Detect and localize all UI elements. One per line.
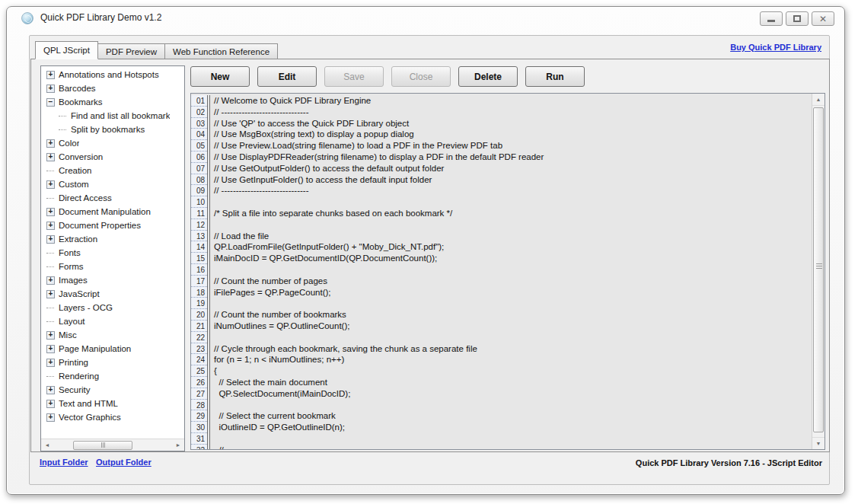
- expand-icon[interactable]: +: [46, 290, 55, 298]
- expand-icon[interactable]: +: [46, 400, 55, 408]
- minimize-button[interactable]: [760, 11, 783, 26]
- tree-item-label: Printing: [59, 358, 88, 367]
- run-button[interactable]: Run: [525, 66, 585, 87]
- tree-item-find-and-list-all-bookmark[interactable]: Find and list all bookmark: [41, 109, 184, 123]
- tree-hscroll-thumb[interactable]: [73, 441, 132, 450]
- delete-button[interactable]: Delete: [458, 66, 518, 87]
- tree-item-label: Creation: [59, 166, 91, 175]
- expand-icon[interactable]: +: [46, 139, 55, 148]
- code-text: {: [210, 365, 812, 377]
- new-button[interactable]: New: [190, 66, 250, 87]
- scroll-right-icon[interactable]: ►: [172, 439, 184, 451]
- line-number: 24: [191, 354, 207, 365]
- line-number: 26: [191, 377, 207, 388]
- tree-item-custom[interactable]: +Custom: [41, 177, 184, 191]
- code-text: QP.SelectDocument(iMainDocID);: [210, 388, 812, 400]
- tree-item-extraction[interactable]: +Extraction: [41, 232, 184, 246]
- code-line: 14QP.LoadFromFile(GetInputFolder() + "Mo…: [191, 241, 812, 253]
- line-number: 03: [191, 118, 207, 129]
- tree-item-fonts[interactable]: Fonts: [41, 246, 184, 260]
- script-category-tree[interactable]: +Annotations and Hotspots+Barcodes−Bookm…: [40, 65, 185, 451]
- code-line: 26 // Select the main document: [191, 377, 812, 388]
- tree-item-misc[interactable]: +Misc: [41, 328, 184, 342]
- expand-icon[interactable]: +: [46, 276, 55, 285]
- tree-item-creation[interactable]: Creation: [41, 164, 184, 177]
- code-text: [210, 196, 812, 208]
- expand-icon[interactable]: +: [46, 208, 55, 216]
- tab-pdf-preview[interactable]: PDF Preview: [98, 43, 165, 59]
- line-number: 20: [191, 309, 207, 321]
- code-text: /* Split a file into separate chunks bas…: [210, 208, 812, 219]
- code-editor[interactable]: 01// Welcome to Quick PDF Library Engine…: [190, 93, 825, 450]
- scroll-left-icon[interactable]: ◄: [41, 439, 53, 451]
- tree-leaf-connector: [46, 198, 54, 199]
- expand-icon[interactable]: +: [46, 345, 55, 353]
- expand-icon[interactable]: +: [46, 85, 55, 93]
- expand-icon[interactable]: +: [46, 359, 55, 367]
- scroll-up-icon[interactable]: ▲: [812, 94, 825, 106]
- code-line: 13// Load the file: [191, 231, 812, 242]
- tree-item-forms[interactable]: Forms: [41, 260, 184, 273]
- expand-icon[interactable]: +: [46, 386, 55, 394]
- expand-icon[interactable]: +: [46, 235, 55, 244]
- tab-qpl-jscript[interactable]: QPL JScript: [35, 41, 98, 59]
- title-bar[interactable]: Quick PDF Library Demo v1.2 ✕: [7, 7, 844, 30]
- tree-horizontal-scrollbar[interactable]: ◄ ►: [41, 439, 184, 451]
- tree-item-page-manipulation[interactable]: +Page Manipulation: [41, 342, 184, 356]
- code-line: 06// Use DisplayPDFReader(string filenam…: [191, 152, 812, 163]
- scroll-down-icon[interactable]: ▼: [812, 437, 825, 449]
- tree-item-javascript[interactable]: +JavaScript: [41, 287, 184, 301]
- tree-item-label: Find and list all bookmark: [71, 111, 170, 120]
- tree-item-vector-graphics[interactable]: +Vector Graphics: [41, 410, 184, 424]
- code-line: 24for (n = 1; n < iNumOutlines; n++): [191, 354, 812, 365]
- expand-icon[interactable]: +: [46, 180, 55, 189]
- expand-icon[interactable]: +: [46, 331, 55, 340]
- tree-item-text-and-html[interactable]: +Text and HTML: [41, 397, 184, 410]
- tree-item-security[interactable]: +Security: [41, 383, 184, 397]
- input-folder-link[interactable]: Input Folder: [40, 458, 88, 467]
- tree-item-images[interactable]: +Images: [41, 273, 184, 287]
- tree-item-annotations-and-hotspots[interactable]: +Annotations and Hotspots: [41, 68, 184, 81]
- expand-icon[interactable]: +: [46, 71, 55, 79]
- tree-item-direct-access[interactable]: Direct Access: [41, 191, 184, 205]
- editor-vscroll-thumb[interactable]: [813, 107, 824, 432]
- close-button[interactable]: ✕: [812, 11, 834, 26]
- editor-vertical-scrollbar[interactable]: ▲ ▼: [812, 94, 825, 449]
- edit-button[interactable]: Edit: [257, 66, 317, 87]
- tree-leaf-connector: [59, 116, 66, 116]
- tree-item-split-by-bookmarks[interactable]: Split by bookmarks: [41, 123, 184, 136]
- tree-item-conversion[interactable]: +Conversion: [41, 150, 184, 164]
- tree-leaf-connector: [46, 253, 54, 254]
- tree-item-color[interactable]: +Color: [41, 136, 184, 150]
- tree-item-label: Extraction: [59, 234, 97, 244]
- tree-item-barcodes[interactable]: +Barcodes: [41, 81, 184, 95]
- tree-item-rendering[interactable]: Rendering: [41, 369, 184, 383]
- version-status-text: Quick PDF Library Version 7.16 - JScript…: [636, 458, 822, 467]
- tree-item-document-properties[interactable]: +Document Properties: [41, 219, 184, 232]
- line-number: 17: [191, 276, 207, 287]
- tree-item-bookmarks[interactable]: −Bookmarks: [41, 95, 184, 109]
- tree-leaf-connector: [46, 266, 54, 267]
- collapse-icon[interactable]: −: [46, 98, 55, 107]
- line-number: 28: [191, 400, 207, 411]
- maximize-button[interactable]: [786, 11, 809, 26]
- output-folder-link[interactable]: Output Folder: [96, 458, 152, 467]
- buy-quick-pdf-library-link[interactable]: Buy Quick PDF Library: [730, 43, 821, 52]
- save-button: Save: [324, 66, 384, 87]
- code-line: 32 // ...: [191, 445, 812, 449]
- tab-web-function-reference[interactable]: Web Function Reference: [165, 43, 278, 59]
- tree-item-layers-ocg[interactable]: Layers - OCG: [41, 301, 184, 314]
- code-text: [210, 433, 812, 445]
- tree-item-document-manipulation[interactable]: +Document Manipulation: [41, 205, 184, 219]
- line-number: 12: [191, 219, 207, 231]
- code-line: 10: [191, 196, 812, 208]
- expand-icon[interactable]: +: [46, 413, 55, 422]
- code-line: 22: [191, 332, 812, 343]
- expand-icon[interactable]: +: [46, 153, 55, 161]
- code-line: 30 iOutlineID = QP.GetOutlineID(n);: [191, 422, 812, 433]
- line-number: 06: [191, 152, 207, 163]
- tree-item-layout[interactable]: Layout: [41, 314, 184, 328]
- tree-item-printing[interactable]: +Printing: [41, 356, 184, 369]
- expand-icon[interactable]: +: [46, 222, 55, 230]
- code-text: [210, 400, 812, 411]
